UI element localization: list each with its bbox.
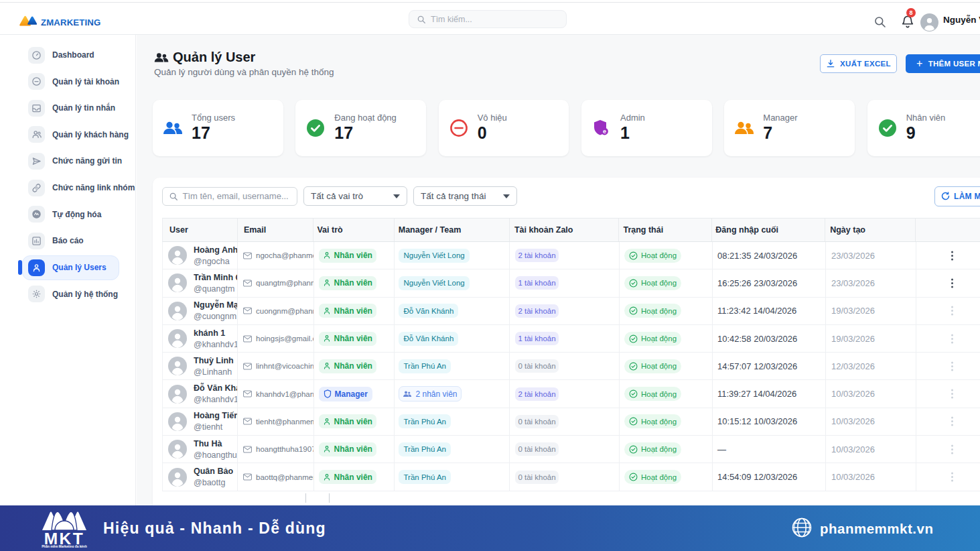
svg-text:ZMARKETING: ZMARKETING (41, 17, 100, 27)
svg-text:e: e (602, 128, 606, 135)
svg-text:Phần mềm Marketing đa kênh: Phần mềm Marketing đa kênh (42, 545, 87, 548)
